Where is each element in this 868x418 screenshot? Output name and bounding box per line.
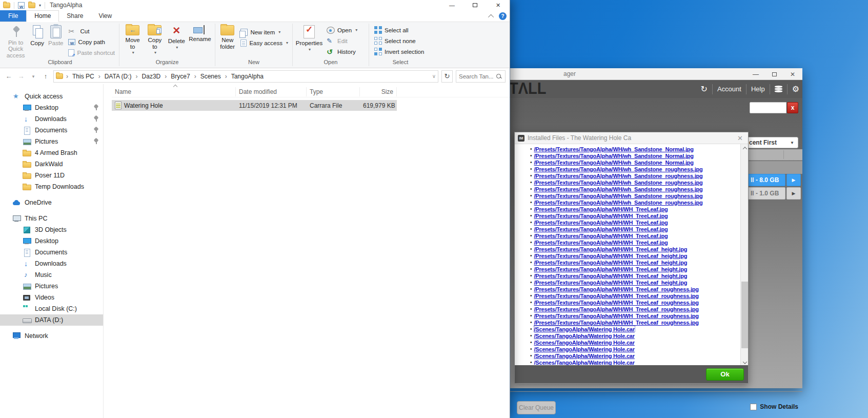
breadcrumb-item[interactable]: Scenes: [192, 73, 223, 80]
sidebar-item[interactable]: Local Disk (C:): [0, 303, 103, 314]
breadcrumb-item[interactable]: TangoAlpha: [223, 73, 266, 80]
dialog-file-link[interactable]: /Presets/Textures/TangoAlpha/WH/WH_TreeL…: [534, 320, 699, 326]
expand-arrow-icon[interactable]: ▶: [786, 174, 801, 186]
collapse-ribbon-icon[interactable]: [488, 14, 494, 19]
dim-close-button[interactable]: ✕: [790, 71, 795, 78]
folder-icon[interactable]: [3, 3, 10, 8]
sidebar-item[interactable]: Documents: [0, 125, 103, 136]
dialog-file-link[interactable]: /Presets/Textures/TangoAlpha/WH/wh_Sands…: [534, 180, 703, 186]
column-header-type[interactable]: Type: [307, 87, 360, 96]
dialog-file-link[interactable]: /Scenes/TangoAlpha/Watering Hole.car: [534, 360, 635, 366]
address-bar[interactable]: This PCDATA (D:)Daz3DBryce7ScenesTangoAl…: [53, 70, 438, 83]
dialog-file-link[interactable]: /Presets/Textures/TangoAlpha/WH/WH_TreeL…: [534, 306, 699, 312]
properties-button[interactable]: Properties▾: [295, 24, 324, 58]
sidebar-item[interactable]: Downloads: [0, 113, 103, 125]
open-button[interactable]: Open▾: [325, 25, 359, 35]
dialog-file-link[interactable]: /Scenes/TangoAlpha/Watering Hole.car: [534, 333, 635, 339]
cut-button[interactable]: Cut: [66, 26, 117, 36]
sidebar-item[interactable]: Desktop: [0, 102, 103, 113]
expand-arrow-icon[interactable]: ▶: [786, 187, 801, 200]
sort-dropdown[interactable]: cent First ▼: [745, 137, 798, 148]
dialog-file-link[interactable]: /Presets/Textures/TangoAlpha/WH/WH_TreeL…: [534, 240, 668, 246]
dialog-file-link[interactable]: /Presets/Textures/TangoAlpha/WH/WH_TreeL…: [534, 273, 688, 279]
dim-search-input[interactable]: [750, 102, 786, 113]
ok-button[interactable]: Ok: [706, 368, 744, 381]
properties-check-icon[interactable]: [18, 2, 25, 9]
dialog-file-link[interactable]: /Presets/Textures/TangoAlpha/WH/WH_TreeL…: [534, 233, 668, 239]
refresh-icon[interactable]: ↻: [701, 84, 708, 94]
column-header-date-modified[interactable]: Date modified: [236, 87, 307, 96]
sidebar-item[interactable]: Temp Downloads: [0, 181, 103, 192]
sidebar-item[interactable]: Pictures: [0, 281, 103, 292]
back-button[interactable]: ←: [4, 72, 13, 80]
dialog-file-link[interactable]: /Presets/Textures/TangoAlpha/WH/wh_Sands…: [534, 200, 703, 206]
dialog-file-link[interactable]: /Presets/Textures/TangoAlpha/WH/wh_Sands…: [534, 193, 703, 199]
minimize-button[interactable]: —: [440, 0, 463, 10]
settings-gear-icon[interactable]: ⚙: [792, 84, 799, 94]
forward-button[interactable]: →: [16, 72, 26, 80]
sidebar-item[interactable]: Desktop: [0, 235, 103, 247]
rename-button[interactable]: Rename: [187, 24, 213, 58]
move-to-button[interactable]: ← Move to▾: [122, 24, 144, 58]
help-link[interactable]: Help: [751, 85, 765, 93]
breadcrumb-item[interactable]: DATA (D:): [96, 73, 134, 80]
address-dropdown-icon[interactable]: ∨: [432, 73, 436, 79]
paste-shortcut-button[interactable]: Paste shortcut: [66, 47, 117, 58]
column-header-size[interactable]: Size: [360, 87, 397, 96]
file-row[interactable]: Watering Hole 11/15/2019 12:31 PM Carrar…: [112, 100, 397, 111]
dialog-file-link[interactable]: /Presets/Textures/TangoAlpha/WH/WH_TreeL…: [534, 213, 668, 219]
paste-button[interactable]: Paste: [46, 24, 65, 58]
easy-access-button[interactable]: Easy access▾: [238, 37, 290, 48]
sidebar-item[interactable]: This PC: [0, 213, 103, 224]
dialog-file-link[interactable]: /Presets/Textures/TangoAlpha/WH/WH_TreeL…: [534, 253, 688, 259]
dialog-file-link[interactable]: /Presets/Textures/TangoAlpha/WH/WH_TreeL…: [534, 206, 668, 212]
dialog-file-link[interactable]: /Presets/Textures/TangoAlpha/WH/wh_Sands…: [534, 153, 694, 159]
dialog-file-link[interactable]: /Scenes/TangoAlpha/Watering Hole.car: [534, 346, 635, 352]
dialog-file-link[interactable]: /Presets/Textures/TangoAlpha/WH/WH_TreeL…: [534, 260, 688, 266]
dialog-file-link[interactable]: /Scenes/TangoAlpha/Watering Hole.car: [534, 340, 635, 346]
copy-button[interactable]: Copy: [28, 24, 46, 58]
up-button[interactable]: ↑: [41, 72, 50, 80]
scroll-up-button[interactable]: [741, 144, 749, 152]
sidebar-item[interactable]: OneDrive: [0, 197, 103, 208]
dialog-file-link[interactable]: /Presets/Textures/TangoAlpha/WH/WH_TreeL…: [534, 220, 668, 226]
close-button[interactable]: ✕: [487, 0, 510, 10]
search-icon[interactable]: [496, 73, 502, 79]
pin-to-quick-access-button[interactable]: Pin to Quick access: [3, 24, 28, 58]
dialog-file-link[interactable]: /Presets/Textures/TangoAlpha/WH/WH_TreeL…: [534, 293, 699, 299]
sidebar-item[interactable]: Network: [0, 330, 103, 342]
dialog-close-icon[interactable]: ✕: [735, 134, 745, 142]
select-none-button[interactable]: Select none: [372, 35, 426, 46]
search-input[interactable]: [459, 73, 494, 79]
dialog-file-link[interactable]: /Presets/Textures/TangoAlpha/WH/wh_Sands…: [534, 173, 703, 179]
dialog-file-link[interactable]: /Presets/Textures/TangoAlpha/WH/wh_Sands…: [534, 146, 694, 152]
tab-view[interactable]: View: [91, 11, 119, 22]
sidebar-item[interactable]: Music: [0, 269, 103, 281]
recent-locations-icon[interactable]: ▾: [29, 74, 38, 79]
copy-path-button[interactable]: Copy path: [66, 36, 117, 47]
show-details-checkbox[interactable]: [750, 404, 757, 410]
delete-button[interactable]: Delete▾: [166, 24, 187, 58]
refresh-button[interactable]: ↻: [441, 70, 453, 83]
help-icon[interactable]: ?: [499, 12, 507, 20]
dialog-file-link[interactable]: /Presets/Textures/TangoAlpha/WH/WH_TreeL…: [534, 280, 688, 286]
product-row[interactable]: ll - 1.0 GB ▶: [745, 187, 801, 200]
new-folder-qat-icon[interactable]: [28, 3, 35, 8]
copy-to-button[interactable]: Copy to▾: [144, 24, 166, 58]
customize-toolbar-icon[interactable]: ▾: [39, 3, 41, 8]
breadcrumb-item[interactable]: Bryce7: [163, 73, 192, 80]
dialog-file-link[interactable]: /Presets/Textures/TangoAlpha/WH/WH_TreeL…: [534, 226, 668, 232]
tab-share[interactable]: Share: [59, 11, 91, 22]
sidebar-item[interactable]: DATA (D:): [0, 314, 103, 326]
sidebar-item[interactable]: Videos: [0, 292, 103, 303]
database-icon[interactable]: [775, 86, 782, 92]
dialog-file-link[interactable]: /Scenes/TangoAlpha/Watering Hole.car: [534, 326, 635, 332]
dialog-file-link[interactable]: /Presets/Textures/TangoAlpha/WH/WH_TreeL…: [534, 286, 699, 292]
dialog-file-link[interactable]: /Presets/Textures/TangoAlpha/WH/WH_TreeL…: [534, 266, 688, 272]
account-link[interactable]: Account: [717, 85, 741, 93]
dialog-file-link[interactable]: /Presets/Textures/TangoAlpha/WH/wh_Sands…: [534, 160, 694, 166]
scrollbar-thumb[interactable]: [741, 282, 748, 348]
maximize-button[interactable]: [463, 0, 487, 10]
sidebar-item[interactable]: DarkWald: [0, 158, 103, 170]
sidebar-item[interactable]: 3D Objects: [0, 224, 103, 235]
